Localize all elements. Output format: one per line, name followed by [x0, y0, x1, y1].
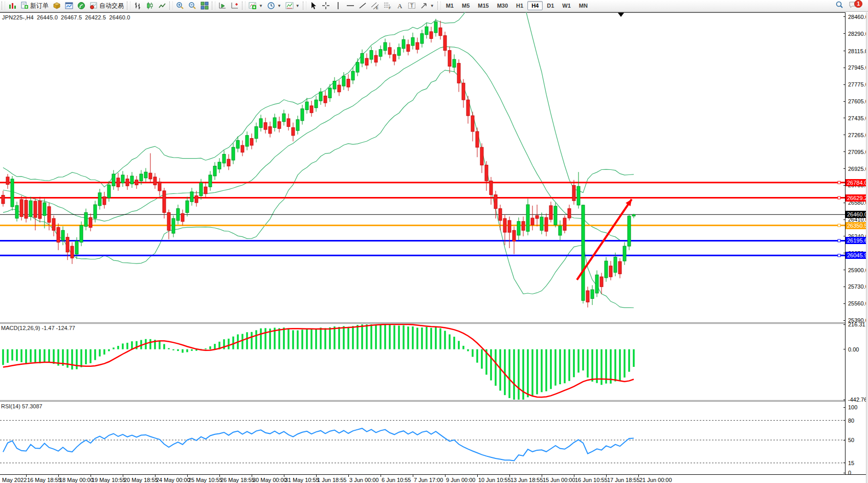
text-label-button[interactable]: T: [406, 1, 418, 11]
horizontal-line-button[interactable]: [344, 1, 357, 11]
zoom-in-button[interactable]: [174, 1, 186, 11]
trendline-button[interactable]: [357, 1, 369, 11]
zoom-out-button[interactable]: [186, 1, 198, 11]
axis-tick-label: 15: [848, 460, 854, 466]
arrows-button[interactable]: ▼: [418, 1, 436, 11]
signals-icon: [77, 2, 85, 10]
tile-windows-button[interactable]: [198, 1, 211, 11]
fibo-icon: F: [383, 2, 391, 10]
axis-tick: [843, 320, 845, 321]
quote-high: 26467.5: [61, 14, 82, 20]
time-label: 21 Jun 00:00: [639, 477, 672, 483]
timeframe-m1[interactable]: M1: [442, 1, 458, 10]
time-tick: [509, 475, 510, 477]
time-label: 20 May 18:55: [124, 477, 158, 483]
candle-chart-mode-button[interactable]: [144, 1, 156, 11]
line-handle[interactable]: [838, 224, 840, 227]
chart-mini-icon: [8, 2, 16, 10]
chart-window-button[interactable]: [6, 1, 18, 11]
axis-tick: [843, 420, 845, 421]
axis-tick: [843, 407, 845, 408]
linechart-icon: [158, 2, 166, 10]
autotrading-button[interactable]: 自动交易: [87, 1, 126, 11]
line-handle[interactable]: [838, 181, 840, 184]
autotrading-label: 自动交易: [99, 2, 124, 10]
main-toolbar: 新订单自动交易▼▼▼EFAT▼M1M5M15M30H1H4D1W1MN1: [0, 0, 868, 12]
line-handle[interactable]: [838, 239, 840, 242]
chart-window[interactable]: JPN225-,H426445.026467.526422.526460.0 M…: [0, 12, 868, 483]
timeframe-m30[interactable]: M30: [493, 1, 512, 10]
time-label: 25 May 10:55: [188, 477, 222, 483]
window-edge: [866, 12, 868, 483]
toolbar-grip: [242, 2, 246, 10]
vline-icon: [334, 2, 342, 10]
line-chart-mode-button[interactable]: [156, 1, 168, 11]
time-label: 30 May 00:00: [253, 477, 287, 483]
signals-button[interactable]: [75, 1, 87, 11]
timeframe-h1[interactable]: H1: [512, 1, 527, 10]
chevron-down-icon[interactable]: ▼: [277, 4, 281, 8]
axis-tick: [843, 303, 845, 304]
crosshair-button[interactable]: [320, 1, 332, 11]
timeframe-m5[interactable]: M5: [458, 1, 474, 10]
price-badge-26045.9: 26045.9: [845, 252, 868, 259]
text-button[interactable]: A: [393, 1, 406, 11]
search-icon[interactable]: [835, 1, 843, 11]
chevron-down-icon[interactable]: ▼: [296, 4, 300, 8]
bars-icon: [133, 2, 142, 10]
time-tick: [91, 475, 91, 477]
time-tick: [155, 475, 155, 477]
bar-chart-mode-button[interactable]: [131, 1, 144, 11]
pane-divider-rsi[interactable]: [0, 400, 868, 402]
axis-tick: [843, 118, 845, 118]
chart-shift-button[interactable]: [216, 1, 229, 11]
timeframe-m15[interactable]: M15: [474, 1, 493, 10]
axis-tick: [843, 324, 845, 325]
price-axis[interactable]: 28460.028290.028115.027945.027775.027605…: [845, 12, 868, 483]
price-badge-26784.0: 26784.0: [845, 179, 868, 186]
toolbar-grip: [2, 2, 5, 10]
pane-divider-macd[interactable]: [0, 322, 868, 324]
line-handle[interactable]: [838, 254, 840, 257]
axis-tick-label: 27435.0: [848, 115, 868, 121]
templates-button[interactable]: ▼: [283, 1, 302, 11]
time-label: 3 Jun 00:00: [349, 477, 379, 483]
chart-profiles-button[interactable]: [51, 1, 63, 11]
chevron-down-icon[interactable]: ▼: [430, 4, 434, 8]
cursor-button[interactable]: [307, 1, 320, 11]
add-indicator-button[interactable]: ▼: [247, 1, 265, 11]
bollinger-bands: [3, 12, 634, 308]
timeframe-d1[interactable]: D1: [543, 1, 558, 10]
timeframe-h4[interactable]: H4: [527, 1, 543, 10]
axis-tick: [843, 84, 845, 85]
market-watch-button[interactable]: [63, 1, 75, 11]
new-order-button[interactable]: 新订单: [18, 1, 51, 11]
axis-tick-label: -442.76: [848, 397, 867, 403]
rsi-label: RSI(14) 57.3087: [1, 403, 42, 409]
vertical-line-button[interactable]: [332, 1, 344, 11]
axis-tick-label: 27775.0: [848, 81, 868, 87]
time-label: 15 Jun 00:00: [543, 477, 575, 483]
axis-tick: [843, 33, 845, 34]
fibonacci-button[interactable]: F: [381, 1, 393, 11]
time-tick: [477, 475, 478, 477]
candles-icon: [146, 2, 154, 10]
time-label: 9 Jun 00:00: [446, 477, 476, 483]
time-tick: [252, 475, 252, 477]
time-axis[interactable]: May 202216 May 18:5518 May 00:0019 May 1…: [0, 474, 868, 483]
auto-scroll-button[interactable]: [229, 1, 241, 11]
timeframe-w1[interactable]: W1: [558, 1, 575, 10]
chevron-down-icon[interactable]: ▼: [259, 4, 263, 8]
quote-low: 26422.5: [85, 14, 106, 20]
time-label: 16 Jun 10:55: [575, 477, 608, 483]
axis-tick: [843, 16, 845, 17]
equidistant-channel-button[interactable]: E: [369, 1, 381, 11]
axis-tick-label: 25900.0: [848, 267, 868, 273]
line-handle[interactable]: [838, 196, 840, 199]
axis-tick-label: 216.31: [848, 321, 865, 327]
chart-canvas[interactable]: [0, 12, 845, 483]
timeframe-mn[interactable]: MN: [575, 1, 592, 10]
periods-button[interactable]: ▼: [265, 1, 283, 11]
time-tick: [381, 475, 381, 477]
axis-tick: [843, 51, 845, 51]
